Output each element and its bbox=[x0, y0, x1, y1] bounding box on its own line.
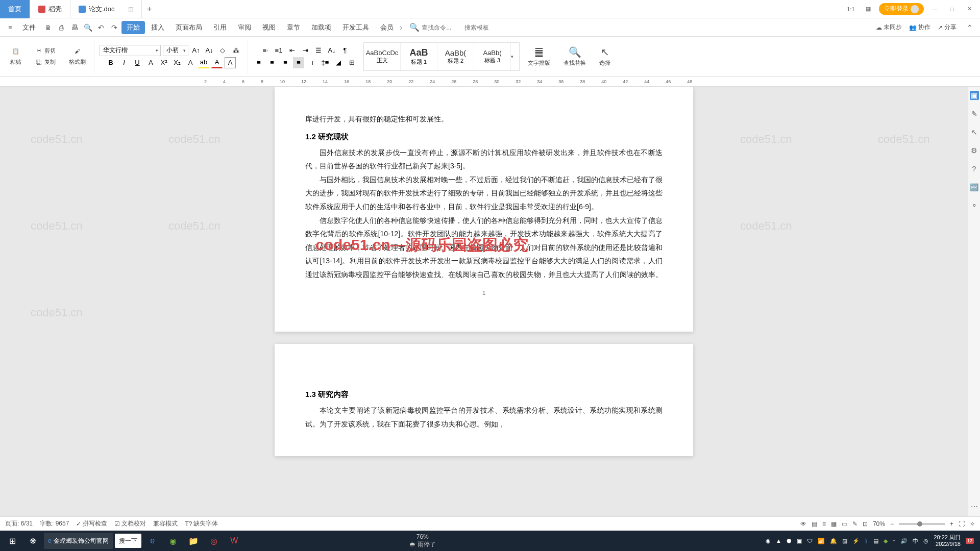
word-count[interactable]: 字数: 9657 bbox=[40, 519, 69, 528]
tray-icon[interactable]: ▲ bbox=[776, 538, 781, 544]
select-button[interactable]: ↖选择 bbox=[594, 44, 616, 69]
minimize-button[interactable]: — bbox=[928, 4, 941, 14]
tray-icon[interactable]: 🛡 bbox=[807, 538, 813, 544]
menu-member[interactable]: 会员 bbox=[375, 21, 399, 34]
align-left-icon[interactable]: ≡ bbox=[253, 57, 264, 68]
export-icon[interactable]: ⎙ bbox=[55, 21, 67, 34]
page-2[interactable]: 1.3 研究内容 本论文主要阐述了该新冠病毒校园监控平台的开发技术、系统需求分析… bbox=[275, 344, 693, 456]
close-button[interactable]: ✕ bbox=[963, 4, 976, 14]
eye-icon[interactable]: 👁 bbox=[800, 520, 806, 528]
sort-icon[interactable]: A↓ bbox=[326, 45, 337, 56]
heading-1-3[interactable]: 1.3 研究内容 bbox=[305, 390, 663, 399]
bullets-icon[interactable]: ≡· bbox=[260, 45, 271, 56]
page-indicator[interactable]: 页面: 6/31 bbox=[5, 519, 33, 528]
style-normal[interactable]: AaBbCcDc正文 bbox=[364, 43, 401, 70]
brush-label[interactable]: 格式刷 bbox=[67, 57, 88, 67]
workspace[interactable]: 库进行开发，具有很好的稳定性和可发展性。 1.2 研究现状 国外信息技术的发展步… bbox=[0, 87, 968, 516]
menu-chapter[interactable]: 章节 bbox=[282, 21, 305, 34]
missing-fonts[interactable]: T?缺失字体 bbox=[185, 519, 218, 528]
doc-text[interactable]: 库进行开发，具有很好的稳定性和可发展性。 bbox=[305, 112, 663, 126]
undo-icon[interactable]: ↶ bbox=[95, 21, 107, 34]
menu-reference[interactable]: 引用 bbox=[208, 21, 232, 34]
view-web-icon[interactable]: ▦ bbox=[831, 520, 837, 528]
tab-split-icon[interactable]: ◫ bbox=[128, 6, 133, 12]
zoom-slider[interactable] bbox=[899, 523, 945, 525]
styles-more-icon[interactable]: ▾ bbox=[511, 43, 519, 70]
borders-icon[interactable]: ⊞ bbox=[346, 57, 357, 68]
menu-start[interactable]: 开始 bbox=[121, 21, 145, 34]
tray-icon[interactable]: 📶 bbox=[818, 538, 825, 544]
copilot-icon[interactable]: ❋ bbox=[22, 531, 43, 551]
menu-layout[interactable]: 页面布局 bbox=[170, 21, 207, 34]
tray-icon[interactable]: ⬢ bbox=[787, 538, 792, 544]
doc-text[interactable]: 本论文主要阐述了该新冠病毒校园监控平台的开发技术、系统需求分析、系统设计、系统功… bbox=[305, 404, 663, 431]
start-button[interactable]: ⊞ bbox=[2, 531, 22, 551]
login-button[interactable]: 立即登录 bbox=[879, 3, 924, 15]
app-icon[interactable]: ◎ bbox=[204, 531, 224, 551]
align-center-icon[interactable]: ≡ bbox=[266, 57, 278, 68]
taskbar-search[interactable]: 搜一下 bbox=[115, 534, 141, 548]
tab-document[interactable]: 论文.doc◫ bbox=[70, 0, 142, 18]
hamburger-icon[interactable]: ≡ bbox=[4, 21, 16, 34]
bold-button[interactable]: B bbox=[105, 57, 116, 68]
view-read-icon[interactable]: ▭ bbox=[842, 520, 847, 528]
cut-button[interactable]: ✂剪切 bbox=[33, 46, 58, 56]
zoom-level[interactable]: 70% bbox=[873, 520, 885, 528]
doc-text[interactable]: 与国外相比，我国信息技术的发展相对晚一些，不过后面，经过我们的不断追赶，我国的信… bbox=[305, 173, 663, 214]
superscript-button[interactable]: X² bbox=[158, 57, 169, 68]
preview-icon[interactable]: 🔍 bbox=[82, 21, 94, 34]
tray-icon[interactable]: 🔔 bbox=[830, 538, 837, 544]
sync-status[interactable]: ☁未同步 bbox=[876, 23, 902, 32]
zoom-out-button[interactable]: − bbox=[890, 520, 894, 528]
tab-home[interactable]: 首页 bbox=[0, 0, 30, 18]
best-fit-icon[interactable]: ✧ bbox=[970, 520, 975, 528]
translate-icon[interactable]: 🔤 bbox=[970, 183, 979, 192]
browser-icon[interactable]: ◉ bbox=[163, 531, 183, 551]
phonetic-icon[interactable]: ⁂ bbox=[230, 45, 241, 56]
ruler[interactable]: 2468101214161820222426283032343638404244… bbox=[0, 77, 980, 87]
help-icon[interactable]: ? bbox=[970, 164, 979, 173]
edge-icon[interactable]: e bbox=[142, 531, 163, 551]
italic-button[interactable]: I bbox=[118, 57, 130, 68]
fit-icon[interactable]: ⊡ bbox=[863, 520, 868, 528]
paste-label[interactable]: 粘贴 bbox=[8, 57, 23, 67]
pen-tool-icon[interactable]: ✎ bbox=[970, 109, 979, 118]
settings-tool-icon[interactable]: ⚙ bbox=[970, 146, 979, 155]
tray-icon[interactable]: ↑ bbox=[893, 538, 896, 544]
highlighter-icon[interactable]: ✎ bbox=[852, 520, 857, 528]
pointer-tool-icon[interactable]: ↖ bbox=[970, 128, 979, 137]
ime-icon[interactable]: 中 bbox=[913, 537, 918, 545]
page-1[interactable]: 库进行开发，具有很好的稳定性和可发展性。 1.2 研究现状 国外信息技术的发展步… bbox=[275, 87, 693, 332]
redo-icon[interactable]: ↷ bbox=[108, 21, 120, 34]
indent-icon[interactable]: ⇥ bbox=[300, 45, 311, 56]
print-icon[interactable]: 🖶 bbox=[68, 21, 81, 34]
menu-devtools[interactable]: 开发工具 bbox=[337, 21, 374, 34]
tray-icon[interactable]: ▣ bbox=[797, 538, 802, 544]
find-replace-button[interactable]: 🔍查找替换 bbox=[558, 44, 591, 69]
collab-button[interactable]: 👥协作 bbox=[909, 23, 930, 32]
highlight-button[interactable]: ab bbox=[198, 57, 209, 68]
subscript-button[interactable]: X₂ bbox=[172, 57, 183, 68]
line-spacing-icon[interactable]: ‡≡ bbox=[320, 57, 331, 68]
spell-check[interactable]: ✓拼写检查 bbox=[76, 519, 107, 528]
tray-icon[interactable]: ◆ bbox=[884, 538, 888, 544]
clock[interactable]: 20:22 周日 2022/9/18 bbox=[934, 534, 961, 547]
heading-1-2[interactable]: 1.2 研究现状 bbox=[305, 132, 663, 142]
size-select[interactable]: 小初 bbox=[163, 45, 188, 56]
more-icon[interactable]: ⋯ bbox=[970, 502, 979, 511]
proofread[interactable]: ☑文档校对 bbox=[114, 519, 146, 528]
clear-format-icon[interactable]: ◇ bbox=[217, 45, 228, 56]
style-heading3[interactable]: AaBb(标题 3 bbox=[474, 43, 511, 70]
menu-insert[interactable]: 插入 bbox=[146, 21, 169, 34]
text-layout-button[interactable]: ䷀文字排版 bbox=[523, 44, 555, 69]
select-tool-icon[interactable]: ▣ bbox=[970, 91, 979, 100]
menu-view[interactable]: 视图 bbox=[257, 21, 281, 34]
explorer-icon[interactable]: 📁 bbox=[183, 531, 204, 551]
wps-icon[interactable]: W bbox=[224, 531, 244, 551]
asian-layout-icon[interactable]: ☰ bbox=[313, 45, 324, 56]
tab-daoke[interactable]: 稻壳 bbox=[30, 0, 70, 18]
tray-icon[interactable]: ◉ bbox=[766, 538, 771, 544]
style-heading2[interactable]: AaBb(标题 2 bbox=[437, 43, 474, 70]
volume-icon[interactable]: 🔊 bbox=[900, 538, 908, 544]
tray-icon[interactable]: ▨ bbox=[842, 538, 847, 544]
